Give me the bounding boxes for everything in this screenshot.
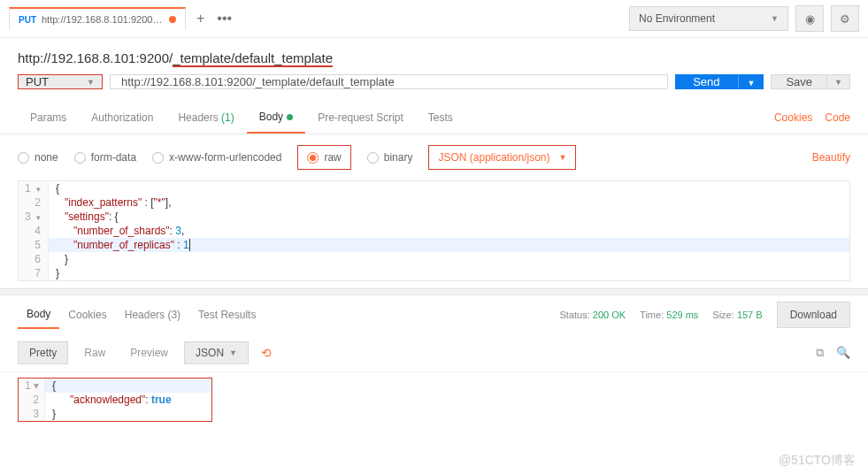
radio-label: form-data (91, 151, 136, 164)
request-row: PUT ▼ http://192.168.8.101:9200/_templat… (0, 73, 868, 102)
headers-count: (1) (221, 111, 234, 124)
view-raw[interactable]: Raw (75, 342, 114, 363)
chevron-down-icon: ▼ (87, 78, 95, 87)
radio-icon (307, 152, 319, 164)
format-value: JSON (196, 347, 224, 359)
send-button[interactable]: Send ▼ (675, 74, 764, 89)
chevron-down-icon: ▼ (229, 348, 237, 357)
beautify-link[interactable]: Beautify (812, 151, 850, 164)
download-button[interactable]: Download (777, 302, 850, 328)
tab-params[interactable]: Params (18, 103, 79, 133)
request-tab[interactable]: PUT http://192.168.8.101:9200/_clust (9, 7, 186, 30)
eye-icon: ◉ (805, 12, 815, 26)
time-label: Time: (640, 310, 664, 320)
editor-line[interactable]: 5 "number_of_replicas" : 1 (19, 238, 849, 252)
request-links: Cookies Code (774, 111, 850, 124)
view-preview[interactable]: Preview (121, 342, 177, 363)
environment-preview-button[interactable]: ◉ (795, 5, 824, 32)
content-type-value: JSON (application/json) (438, 151, 549, 164)
url-value: http://192.168.8.101:9200/_template/defa… (121, 75, 395, 88)
request-title: http://192.168.8.101:9200/_template/defa… (0, 38, 868, 73)
code-link[interactable]: Code (825, 111, 850, 124)
environment-select[interactable]: No Environment ▼ (629, 6, 788, 31)
radio-binary[interactable]: binary (367, 151, 413, 164)
tab-headers[interactable]: Headers (1) (165, 103, 246, 133)
editor-line[interactable]: 4 "number_of_shards": 3, (19, 224, 849, 238)
editor-line[interactable]: 3 ▾ "settings": { (19, 210, 849, 224)
editor-line[interactable]: 1 ▾{ (19, 378, 211, 393)
headers-label: Headers (178, 111, 218, 124)
content-type-select[interactable]: JSON (application/json) ▼ (428, 145, 576, 170)
send-label: Send (675, 75, 737, 88)
tab-tests[interactable]: Tests (416, 103, 465, 133)
method-select[interactable]: PUT ▼ (18, 74, 103, 89)
environment-value: No Environment (639, 12, 715, 25)
format-select[interactable]: JSON ▼ (184, 341, 249, 364)
wrap-icon: ⟲ (261, 346, 272, 360)
tab-menu-button[interactable]: ••• (217, 11, 232, 27)
radio-label: none (35, 151, 58, 164)
editor-line[interactable]: 2 "index_patterns" : ["*"], (19, 195, 849, 210)
body-dot-icon (287, 114, 293, 120)
tab-body[interactable]: Body (247, 102, 305, 134)
resp-tab-body[interactable]: Body (18, 301, 59, 329)
radio-label: binary (384, 151, 413, 164)
radio-label: x-www-form-urlencoded (169, 151, 281, 164)
editor-line[interactable]: 7} (19, 266, 849, 280)
view-pretty[interactable]: Pretty (18, 341, 68, 364)
editor-line[interactable]: 2 "acknowledged": true (19, 393, 211, 407)
url-input[interactable]: http://192.168.8.101:9200/_template/defa… (110, 74, 668, 89)
tab-title: http://192.168.8.101:9200/_clust (42, 14, 164, 25)
cookies-link[interactable]: Cookies (774, 111, 812, 124)
body-label: Body (259, 111, 283, 123)
chevron-down-icon: ▼ (771, 14, 779, 23)
tab-authorization[interactable]: Authorization (79, 103, 165, 133)
chevron-down-icon: ▼ (748, 79, 756, 88)
pane-divider[interactable] (0, 288, 868, 295)
radio-label: raw (324, 151, 341, 164)
save-button[interactable]: Save (771, 74, 827, 89)
request-body-editor[interactable]: 1 ▾{2 "index_patterns" : ["*"],3 ▾ "sett… (18, 180, 850, 281)
status: Status: 200 OK (559, 310, 626, 320)
radio-icon (367, 152, 379, 164)
radio-icon (18, 152, 29, 164)
copy-button[interactable]: ⧉ (816, 346, 824, 360)
time-value: 529 ms (666, 310, 698, 320)
response-toolbar: Pretty Raw Preview JSON ▼ ⟲ ⧉ 🔍 (0, 334, 868, 372)
top-bar: PUT http://192.168.8.101:9200/_clust + •… (0, 0, 868, 38)
response-body-viewer[interactable]: 1 ▾{2 "acknowledged": true3} (18, 378, 212, 422)
status-label: Status: (559, 310, 589, 320)
search-button[interactable]: 🔍 (836, 346, 850, 360)
editor-line[interactable]: 6 } (19, 252, 849, 266)
title-prefix: http://192.168.8.101:9200/ (18, 50, 173, 65)
settings-button[interactable]: ⚙ (831, 5, 859, 32)
save-label: Save (786, 75, 812, 88)
size-value: 157 B (737, 310, 763, 320)
radio-raw[interactable]: raw (297, 145, 350, 170)
wrap-lines-button[interactable]: ⟲ (256, 343, 277, 363)
size-label: Size: (712, 310, 734, 320)
radio-formdata[interactable]: form-data (74, 151, 136, 164)
tab-prerequest[interactable]: Pre-request Script (305, 103, 416, 133)
new-tab-button[interactable]: + (196, 11, 204, 27)
tab-method: PUT (19, 15, 36, 25)
save-dropdown[interactable]: ▼ (827, 74, 850, 89)
request-tabs: Params Authorization Headers (1) Body Pr… (0, 102, 868, 134)
editor-line[interactable]: 3} (19, 407, 211, 421)
tab-actions: + ••• (196, 11, 232, 27)
save-group: Save ▼ (771, 74, 850, 89)
chevron-down-icon: ▼ (834, 78, 842, 87)
unsaved-dot-icon (169, 16, 176, 23)
radio-none[interactable]: none (18, 151, 58, 164)
environment-area: No Environment ▼ ◉ ⚙ (629, 5, 859, 32)
resp-tab-headers[interactable]: Headers (3) (116, 302, 189, 328)
radio-urlencoded[interactable]: x-www-form-urlencoded (152, 151, 281, 164)
resp-tab-cookies[interactable]: Cookies (59, 302, 115, 328)
send-dropdown[interactable]: ▼ (738, 75, 764, 88)
body-options: none form-data x-www-form-urlencoded raw… (0, 134, 868, 180)
status-value: 200 OK (593, 310, 626, 320)
editor-line[interactable]: 1 ▾{ (19, 181, 849, 195)
chevron-down-icon: ▼ (559, 153, 567, 162)
radio-icon (152, 152, 164, 164)
resp-tab-tests[interactable]: Test Results (189, 302, 265, 328)
